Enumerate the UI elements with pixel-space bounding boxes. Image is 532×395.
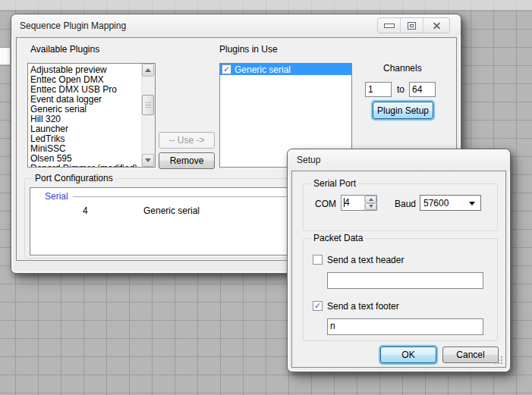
remove-button[interactable]: Remove bbox=[159, 152, 215, 169]
port-number-cell: 4 bbox=[83, 205, 88, 216]
text-footer-checkbox[interactable]: ✓ bbox=[313, 301, 323, 311]
arrow-up-icon bbox=[369, 198, 373, 201]
scroll-up-button[interactable] bbox=[142, 64, 154, 77]
serial-port-group: Serial Port COM 4 Baud 57600 bbox=[303, 183, 498, 231]
plugin-enabled-checkbox[interactable]: ✓ bbox=[222, 64, 231, 74]
maximize-button[interactable] bbox=[400, 18, 423, 33]
grid-white-cell bbox=[0, 48, 10, 64]
channel-to-field[interactable]: 64 bbox=[409, 82, 436, 97]
main-dialog-title: Sequence Plugin Mapping bbox=[20, 20, 126, 31]
stepper-buttons bbox=[364, 196, 376, 210]
stepper-up-button[interactable] bbox=[365, 196, 376, 203]
cancel-button[interactable]: Cancel bbox=[442, 346, 499, 363]
setup-content-panel: Serial Port COM 4 Baud 57600 Packet Data bbox=[291, 171, 506, 368]
grid-top-light-band bbox=[0, 0, 532, 10]
available-plugins-listbox[interactable]: Adjustable preview Enttec Open DMX Entte… bbox=[27, 63, 156, 168]
packet-data-label: Packet Data bbox=[311, 233, 365, 243]
scroll-down-button[interactable] bbox=[142, 154, 154, 167]
com-label: COM bbox=[315, 199, 336, 209]
minimize-button[interactable] bbox=[378, 18, 400, 33]
baud-label: Baud bbox=[395, 199, 416, 209]
selected-plugin-row[interactable]: ✓ Generic serial bbox=[220, 64, 351, 75]
close-button[interactable] bbox=[423, 18, 449, 33]
checkmark-icon: ✓ bbox=[314, 302, 321, 310]
plugins-in-use-label: Plugins in Use bbox=[219, 44, 278, 55]
listbox-scrollbar[interactable] bbox=[141, 64, 155, 167]
minimize-icon bbox=[384, 24, 395, 28]
port-configurations-label: Port Configurations bbox=[33, 173, 115, 183]
thumb-grip-icon bbox=[145, 102, 151, 108]
ok-button[interactable]: OK bbox=[380, 346, 436, 363]
channels-to-label: to bbox=[397, 84, 405, 95]
maximize-icon bbox=[408, 22, 416, 30]
dropdown-arrow-icon bbox=[469, 202, 475, 205]
resize-grip[interactable] bbox=[495, 356, 503, 365]
arrow-down-icon bbox=[145, 158, 151, 162]
text-header-field[interactable] bbox=[327, 272, 483, 289]
text-header-checkbox[interactable] bbox=[313, 255, 323, 265]
text-footer-field[interactable]: n bbox=[327, 318, 483, 335]
close-icon bbox=[433, 21, 441, 30]
packet-data-group: Packet Data Send a text header ✓ Send a … bbox=[303, 238, 498, 341]
arrow-down-icon bbox=[369, 205, 373, 208]
available-plugins-label: Available Plugins bbox=[30, 44, 99, 55]
text-header-checkbox-label: Send a text header bbox=[327, 255, 404, 265]
setup-dialog: Setup Serial Port COM 4 Baud 57600 bbox=[287, 149, 511, 372]
com-port-stepper[interactable]: 4 bbox=[341, 195, 377, 211]
com-port-value: 4 bbox=[345, 197, 350, 210]
port-plugin-cell: Generic serial bbox=[143, 205, 200, 216]
checkmark-icon: ✓ bbox=[223, 65, 230, 74]
serial-port-label: Serial Port bbox=[311, 178, 358, 189]
setup-dialog-titlebar[interactable]: Setup bbox=[288, 149, 510, 171]
list-item[interactable]: Renard Dimmer (modified) bbox=[28, 164, 139, 168]
channel-from-field[interactable]: 1 bbox=[365, 82, 392, 97]
channels-label: Channels bbox=[383, 63, 422, 74]
use-button[interactable]: -- Use -> bbox=[159, 132, 215, 149]
serial-section-label: Serial bbox=[45, 191, 68, 202]
scrollbar-thumb[interactable] bbox=[142, 95, 154, 115]
baud-value: 57600 bbox=[423, 198, 449, 208]
text-footer-checkbox-label: Send a text footer bbox=[327, 301, 399, 312]
baud-select[interactable]: 57600 bbox=[420, 195, 481, 211]
caption-button-group bbox=[377, 17, 450, 33]
arrow-up-icon bbox=[145, 68, 151, 72]
plugin-setup-button[interactable]: Plugin Setup bbox=[373, 102, 433, 119]
setup-dialog-title: Setup bbox=[297, 155, 320, 165]
selected-plugin-label: Generic serial bbox=[235, 64, 291, 75]
stepper-down-button[interactable] bbox=[365, 203, 376, 211]
